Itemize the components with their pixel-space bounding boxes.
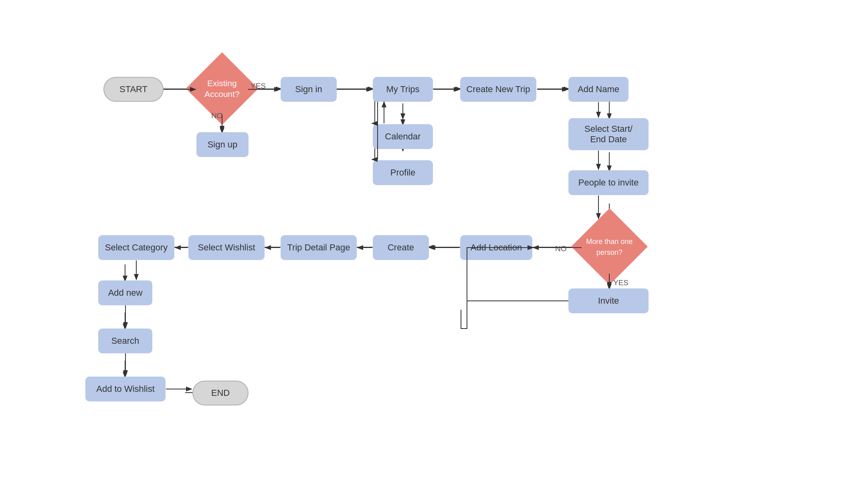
select-wishlist-node: Select Wishlist	[188, 235, 265, 260]
select-category-node: Select Category	[98, 235, 174, 260]
calendar-node: Calendar	[373, 124, 433, 149]
profile-label: Profile	[390, 167, 415, 178]
select-start-end-label: Select Start/ End Date	[584, 124, 633, 145]
select-wishlist-label: Select Wishlist	[198, 242, 255, 253]
trip-detail-page-node: Trip Detail Page	[281, 235, 357, 260]
select-category-label: Select Category	[105, 242, 168, 253]
my-trips-node: My Trips	[373, 77, 433, 102]
create-new-trip-node: Create New Trip	[460, 77, 536, 102]
select-start-end-node: Select Start/ End Date	[568, 118, 649, 150]
existing-account-label: Existing Account?	[196, 78, 248, 100]
yes1-label: YES	[251, 82, 266, 91]
create-new-trip-label: Create New Trip	[467, 84, 530, 95]
no2-label: NO	[555, 244, 567, 253]
add-name-node: Add Name	[568, 77, 629, 102]
start-label: START	[119, 84, 148, 95]
more-than-one-node: More than one person?	[571, 208, 648, 285]
sign-up-node: Sign up	[196, 132, 249, 157]
flowchart: START Existing Account? Sign in My Trips…	[0, 0, 853, 504]
add-location-node: Add Location	[460, 235, 532, 260]
people-to-invite-label: People to invite	[578, 177, 639, 188]
sign-up-label: Sign up	[208, 139, 238, 150]
my-trips-label: My Trips	[386, 84, 419, 95]
create-label: Create	[388, 242, 414, 253]
add-new-label: Add new	[108, 288, 143, 298]
add-to-wishlist-label: Add to Wishlist	[96, 384, 155, 394]
trip-detail-page-label: Trip Detail Page	[287, 242, 350, 253]
profile-node: Profile	[373, 160, 433, 185]
people-to-invite-node: People to invite	[568, 170, 649, 195]
calendar-label: Calendar	[385, 131, 420, 142]
sign-in-node: Sign in	[281, 77, 337, 102]
end-node: END	[192, 381, 249, 405]
invite-node: Invite	[568, 288, 649, 313]
add-to-wishlist-node: Add to Wishlist	[85, 377, 166, 401]
add-name-label: Add Name	[578, 84, 619, 95]
invite-label: Invite	[598, 296, 619, 306]
sign-in-label: Sign in	[295, 84, 322, 95]
search-node: Search	[98, 329, 152, 353]
end-label: END	[211, 388, 230, 398]
create-node: Create	[373, 235, 429, 260]
yes2-label: YES	[613, 278, 629, 287]
more-than-one-label: More than one person?	[586, 236, 633, 258]
add-location-label: Add Location	[471, 242, 522, 253]
no1-label: NO	[211, 111, 223, 120]
add-new-node: Add new	[98, 280, 152, 305]
start-node: START	[103, 77, 164, 102]
search-label: Search	[111, 336, 139, 346]
